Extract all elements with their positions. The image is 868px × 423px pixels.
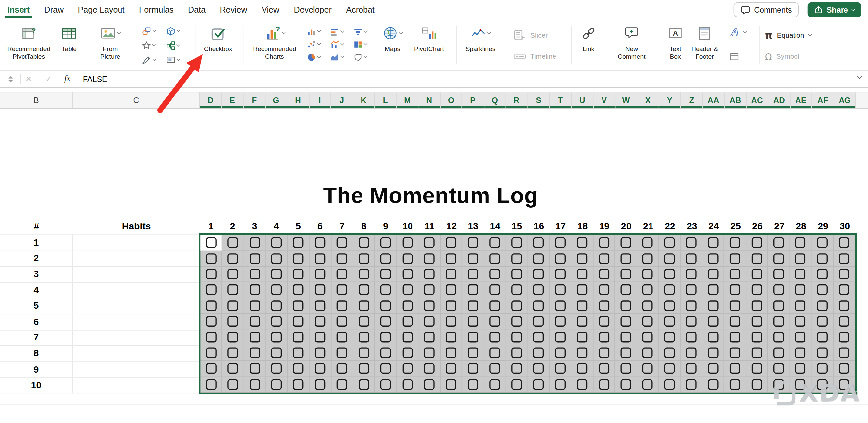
checkbox[interactable] xyxy=(228,300,238,311)
checkbox[interactable] xyxy=(555,316,566,327)
day-header-9[interactable]: 9 xyxy=(375,219,397,235)
checkbox[interactable] xyxy=(664,269,675,279)
row-number-cell-3[interactable]: 3 xyxy=(0,267,73,282)
row-number-cell-1[interactable]: 1 xyxy=(0,235,73,250)
checkbox[interactable] xyxy=(315,363,326,374)
checkbox[interactable] xyxy=(817,269,828,279)
checkbox[interactable] xyxy=(642,253,653,264)
checkbox[interactable] xyxy=(315,379,326,390)
hash-header-cell[interactable]: # xyxy=(0,219,73,235)
checkbox[interactable] xyxy=(839,300,849,311)
checkbox[interactable] xyxy=(490,237,500,248)
tab-data[interactable]: Data xyxy=(181,0,213,19)
column-chart-button[interactable] xyxy=(307,26,320,37)
checkbox[interactable] xyxy=(577,379,588,390)
day-header-4[interactable]: 4 xyxy=(266,219,287,235)
checkbox[interactable] xyxy=(773,332,784,342)
day-header-25[interactable]: 25 xyxy=(725,219,746,235)
checkbox[interactable] xyxy=(598,332,609,342)
column-header-AC[interactable]: AC xyxy=(746,92,768,108)
checkbox[interactable] xyxy=(555,269,566,279)
maps-button[interactable]: Maps xyxy=(376,23,408,53)
sparklines-button[interactable]: Sparklines xyxy=(461,23,500,53)
day-header-24[interactable]: 24 xyxy=(703,219,725,235)
checkbox[interactable] xyxy=(490,347,500,358)
tab-draw[interactable]: Draw xyxy=(37,0,71,19)
habit-cell[interactable] xyxy=(73,298,200,314)
checkbox[interactable] xyxy=(730,253,740,264)
equation-button[interactable]: π Equation xyxy=(765,30,811,41)
checkbox[interactable] xyxy=(839,237,849,248)
checkbox[interactable] xyxy=(402,300,413,311)
checkbox[interactable] xyxy=(249,269,260,279)
checkbox[interactable] xyxy=(533,332,544,342)
checkbox[interactable] xyxy=(359,379,369,390)
checkbox[interactable] xyxy=(751,332,762,342)
checkbox[interactable] xyxy=(577,269,588,279)
checkbox[interactable] xyxy=(424,269,435,279)
day-header-29[interactable]: 29 xyxy=(812,219,834,235)
checkbox[interactable] xyxy=(620,332,631,342)
day-header-2[interactable]: 2 xyxy=(222,219,244,235)
checkbox[interactable] xyxy=(817,332,828,342)
checkbox[interactable] xyxy=(686,284,696,295)
checkbox[interactable] xyxy=(402,332,413,342)
checkbox[interactable] xyxy=(751,237,762,248)
checkbox[interactable] xyxy=(380,237,391,248)
column-header-M[interactable]: M xyxy=(397,92,418,108)
checkbox[interactable] xyxy=(293,332,304,342)
checkbox[interactable] xyxy=(402,379,413,390)
checkbox[interactable] xyxy=(271,237,282,248)
checkbox[interactable] xyxy=(424,284,435,295)
checkbox[interactable] xyxy=(795,363,806,374)
checkbox[interactable] xyxy=(730,316,740,327)
checkbox[interactable] xyxy=(512,363,522,374)
cancel-icon[interactable]: ✕ xyxy=(26,74,32,83)
day-header-20[interactable]: 20 xyxy=(615,219,637,235)
combo-chart-button[interactable] xyxy=(330,39,344,50)
checkbox[interactable] xyxy=(751,253,762,264)
checkbox[interactable] xyxy=(795,284,806,295)
checkbox[interactable] xyxy=(512,269,522,279)
checkbox[interactable] xyxy=(293,316,304,327)
checkbox[interactable] xyxy=(315,237,326,248)
checkbox[interactable] xyxy=(206,300,217,311)
wordart-button[interactable]: A xyxy=(728,27,746,37)
checkbox[interactable] xyxy=(708,332,718,342)
checkbox[interactable] xyxy=(555,332,566,342)
day-header-3[interactable]: 3 xyxy=(244,219,266,235)
checkbox[interactable] xyxy=(206,363,217,374)
checkbox[interactable] xyxy=(206,284,217,295)
header-footer-button[interactable]: Header & Footer xyxy=(685,23,724,60)
checkbox[interactable] xyxy=(293,237,304,248)
comments-button[interactable]: Comments xyxy=(734,2,799,17)
checkbox[interactable] xyxy=(359,332,369,342)
checkbox[interactable] xyxy=(751,300,762,311)
checkbox[interactable] xyxy=(664,237,675,248)
checkbox[interactable] xyxy=(490,269,500,279)
checkbox[interactable] xyxy=(664,316,675,327)
map-chart-button[interactable] xyxy=(353,52,367,63)
checkbox[interactable] xyxy=(228,363,238,374)
column-header-F[interactable]: F xyxy=(244,92,266,108)
column-header-Z[interactable]: Z xyxy=(681,92,703,108)
tab-view[interactable]: View xyxy=(254,0,286,19)
checkbox[interactable] xyxy=(642,347,653,358)
checkbox[interactable] xyxy=(249,316,260,327)
recommended-charts-button[interactable]: ? Recommended Charts xyxy=(247,23,302,60)
checkbox[interactable] xyxy=(315,253,326,264)
column-header-AG[interactable]: AG xyxy=(834,92,856,108)
checkbox[interactable] xyxy=(337,253,347,264)
checkbox[interactable] xyxy=(642,332,653,342)
area-chart-button[interactable] xyxy=(330,52,344,63)
checkbox[interactable] xyxy=(249,379,260,390)
checkbox[interactable] xyxy=(686,347,696,358)
checkbox[interactable] xyxy=(271,347,282,358)
checkbox[interactable] xyxy=(468,284,478,295)
day-header-11[interactable]: 11 xyxy=(418,219,440,235)
day-header-30[interactable]: 30 xyxy=(834,219,856,235)
row-number-cell-4[interactable]: 4 xyxy=(0,282,73,298)
checkbox[interactable] xyxy=(402,253,413,264)
checkbox[interactable] xyxy=(424,316,435,327)
checkbox[interactable] xyxy=(380,253,391,264)
